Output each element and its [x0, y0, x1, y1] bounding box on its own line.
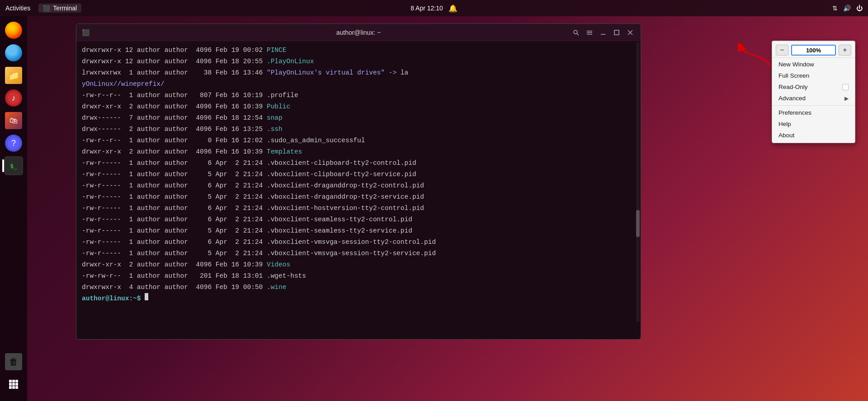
sidebar: 📁 ♪ 🛍 ? $_ 🗑 [0, 16, 27, 401]
menu-item-about[interactable]: About [772, 130, 855, 141]
red-arrow-indicator [738, 43, 774, 72]
titlebar-controls [571, 28, 635, 37]
svg-point-9 [574, 30, 577, 34]
zoom-row: − 100% + [772, 43, 855, 58]
activities-label[interactable]: Activities [5, 5, 30, 12]
term-line: -rw-r----- 1 author author 6 Apr 2 21:24… [82, 203, 635, 214]
sound-icon[interactable]: 🔊 [843, 5, 851, 12]
term-line: -rw-r--r-- 1 author author 807 Feb 16 10… [82, 90, 635, 101]
menu-item-help[interactable]: Help [772, 118, 855, 130]
top-bar-right: ⇅ 🔊 ⏻ [832, 5, 863, 12]
term-line: drwxr-xr-x 2 author author 4096 Feb 16 1… [82, 259, 635, 270]
advanced-arrow-icon: ▶ [844, 95, 849, 102]
zoom-in-button[interactable]: + [839, 45, 851, 56]
term-line: -rw-r----- 1 author author 5 Apr 2 21:24… [82, 169, 635, 180]
close-button[interactable] [625, 28, 635, 37]
term-line: -rw-r----- 1 author author 6 Apr 2 21:24… [82, 158, 635, 169]
help-icon: ? [5, 135, 22, 152]
menu-item-read-only[interactable]: Read-Only [772, 81, 855, 93]
term-line: drwx------ 2 author author 4096 Feb 16 1… [82, 124, 635, 135]
terminal-prompt: author@linux:~$ [82, 293, 145, 304]
terminal-taskbar[interactable]: ⬛ Terminal [38, 4, 81, 13]
term-line: drwxrwxr-x 12 author author 4096 Feb 18 … [82, 56, 635, 67]
prompt-line: author@linux:~$ [82, 293, 635, 304]
sidebar-bottom: 🗑 [4, 352, 23, 394]
term-line-templates: drwxr-xr-x 2 author author 4096 Feb 16 1… [82, 146, 635, 158]
network-icon[interactable]: ⇅ [832, 5, 838, 12]
trash-icon: 🗑 [5, 353, 22, 370]
thunderbird-icon [5, 44, 22, 61]
terminal-content[interactable]: drwxrwxr-x 12 author author 4096 Feb 19 … [76, 41, 641, 339]
term-line: -rw-r--r-- 1 author author 0 Feb 16 12:0… [82, 135, 635, 146]
svg-rect-13 [587, 34, 592, 35]
top-bar-center: 8 Apr 12:10 🔔 [410, 4, 458, 13]
sidebar-item-help[interactable]: ? [4, 134, 23, 153]
datetime: 8 Apr 12:10 [410, 5, 443, 12]
svg-rect-7 [12, 386, 15, 389]
term-line: drwxrwxr-x 12 author author 4096 Feb 19 … [82, 45, 635, 56]
sidebar-item-apps[interactable] [4, 375, 23, 394]
dropdown-menu: − 100% + New Window Full Screen Read-Onl… [772, 41, 855, 143]
term-line: -rw-r----- 1 author author 5 Apr 2 21:24… [82, 191, 635, 203]
term-line: drwxrwxr-x 4 author author 4096 Feb 19 0… [82, 282, 635, 293]
sidebar-item-firefox[interactable] [4, 21, 23, 40]
svg-rect-11 [587, 31, 592, 32]
power-icon[interactable]: ⏻ [856, 5, 863, 12]
term-line: -rw-r----- 1 author author 6 Apr 2 21:24… [82, 237, 635, 248]
apps-grid-icon [5, 376, 22, 393]
terminal-titlebar-icon: ⬛ [82, 29, 90, 36]
svg-rect-5 [15, 383, 18, 386]
term-line: -rw-r----- 1 author author 6 Apr 2 21:24… [82, 180, 635, 191]
terminal-title: author@linux: ~ [336, 29, 381, 36]
terminal-scrollbar[interactable] [636, 42, 640, 322]
minimize-button[interactable] [598, 28, 608, 37]
term-line: -rw-r----- 1 author author 5 Apr 2 21:24… [82, 248, 635, 259]
maximize-button[interactable] [612, 28, 622, 37]
sidebar-item-terminal[interactable]: $_ [4, 156, 23, 175]
top-bar-left: Activities ⬛ Terminal [5, 4, 81, 13]
titlebar-left: ⬛ [82, 29, 90, 36]
files-icon: 📁 [5, 67, 22, 84]
menu-separator [772, 105, 855, 106]
terminal-window: ⬛ author@linux: ~ [76, 23, 641, 340]
active-indicator [2, 159, 4, 172]
sidebar-item-software[interactable]: 🛍 [4, 111, 23, 130]
bell-icon[interactable]: 🔔 [448, 4, 458, 13]
svg-rect-0 [9, 380, 12, 382]
term-line: yOnLinux//wineprefix/ [82, 79, 635, 90]
sidebar-item-rhythmbox[interactable]: ♪ [4, 89, 23, 107]
menu-item-preferences[interactable]: Preferences [772, 107, 855, 118]
menu-item-advanced[interactable]: Advanced ▶ [772, 93, 855, 104]
svg-rect-15 [614, 30, 619, 35]
term-line: drwxr-xr-x 2 author author 4096 Feb 16 1… [82, 101, 635, 112]
cursor [145, 293, 148, 300]
svg-line-10 [577, 33, 579, 35]
search-button[interactable] [571, 28, 581, 37]
svg-rect-6 [9, 386, 12, 389]
svg-rect-4 [12, 383, 15, 386]
svg-rect-2 [15, 380, 18, 382]
menu-item-fullscreen[interactable]: Full Screen [772, 70, 855, 81]
terminal-scrollbar-thumb[interactable] [636, 210, 640, 237]
terminal-titlebar: ⬛ author@linux: ~ [76, 24, 641, 41]
sidebar-item-files[interactable]: 📁 [4, 66, 23, 85]
taskbar-terminal-icon: ⬛ [43, 5, 50, 12]
terminal-label: Terminal [53, 5, 77, 12]
svg-rect-3 [9, 383, 12, 386]
term-line: lrwxrwxrwx 1 author author 38 Feb 16 13:… [82, 67, 635, 79]
top-bar: Activities ⬛ Terminal 8 Apr 12:10 🔔 ⇅ 🔊 … [0, 0, 868, 16]
rhythmbox-icon: ♪ [5, 89, 22, 107]
terminal-icon: $_ [5, 157, 22, 174]
software-icon: 🛍 [5, 112, 22, 129]
read-only-checkbox[interactable] [842, 84, 849, 90]
sidebar-item-thunderbird[interactable] [4, 43, 23, 62]
sidebar-item-trash[interactable]: 🗑 [4, 352, 23, 371]
menu-button[interactable] [585, 28, 594, 37]
svg-rect-8 [15, 386, 18, 389]
zoom-out-button[interactable]: − [776, 45, 788, 56]
menu-item-new-window[interactable]: New Window [772, 59, 855, 70]
term-line: drwx------ 7 author author 4096 Feb 18 1… [82, 112, 635, 124]
zoom-value: 100% [791, 45, 836, 56]
term-line: -rw-r----- 1 author author 6 Apr 2 21:24… [82, 214, 635, 225]
templates-label: Templates [267, 146, 302, 158]
